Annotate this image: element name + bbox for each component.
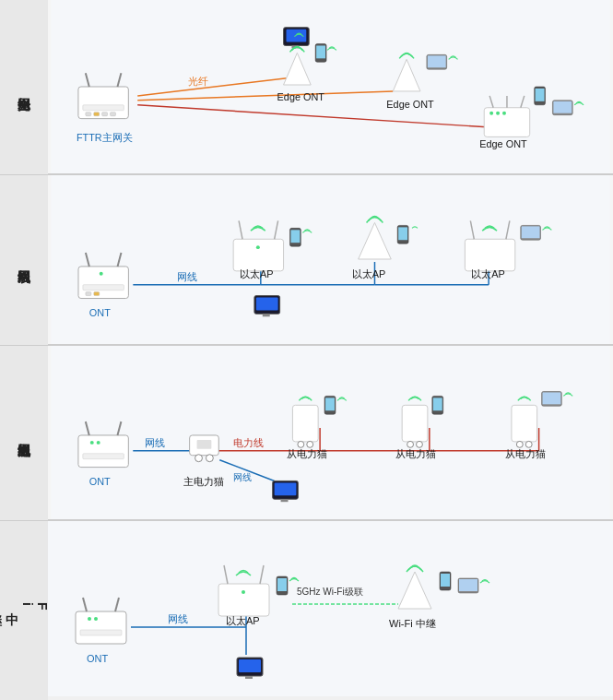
svg-rect-17 [316,45,325,58]
svg-rect-109 [76,611,126,644]
slave-powercat-2-label: 从电力猫 [395,448,436,459]
content-area: 光纤 FTTR主网关 [48,0,613,700]
svg-rect-31 [51,175,609,344]
section-wifi-relay: 网线 5GHz Wi-Fi级联 ONT [48,521,613,696]
svg-point-49 [256,245,260,249]
svg-point-79 [97,441,100,445]
master-powercat-label: 主电力猫 [183,476,224,487]
svg-rect-50 [465,239,514,271]
svg-rect-102 [48,521,613,696]
svg-rect-8 [83,105,124,111]
svg-rect-44 [94,292,100,296]
svg-rect-77 [83,454,124,459]
svg-point-26 [502,112,506,115]
svg-point-45 [100,272,103,276]
svg-text:网线: 网线 [177,271,197,282]
svg-point-86 [307,441,313,447]
svg-rect-30 [553,101,572,113]
svg-rect-46 [233,239,283,271]
ont-3-label: ONT [87,653,109,664]
eth-ap-2-label: 以太AP [352,268,386,279]
section-powerline: 网线 电力线 网线 [48,346,613,521]
svg-rect-58 [522,226,540,238]
svg-text:5GHz Wi-Fi级联: 5GHz Wi-Fi级联 [297,587,363,597]
svg-text:网线: 网线 [145,437,165,448]
label-section-4: Wi-Fi中继组网 [0,521,48,696]
svg-text:电力线: 电力线 [233,437,264,448]
eth-ap-wifi-label: 以太AP [226,615,260,626]
svg-text:光纤: 光纤 [188,76,208,87]
svg-rect-94 [325,397,335,410]
svg-rect-84 [292,405,318,442]
svg-rect-10 [94,113,100,116]
section-all-optical: 光纤 FTTR主网关 [48,0,613,175]
svg-point-88 [407,441,414,447]
svg-rect-122 [441,574,450,587]
svg-rect-61 [263,314,270,316]
svg-point-82 [206,455,213,462]
svg-rect-115 [218,584,269,616]
svg-rect-96 [433,397,442,410]
fttr-label: FTTR主网关 [77,132,133,143]
svg-rect-83 [197,440,212,449]
svg-rect-120 [277,578,287,591]
svg-text:网线: 网线 [233,472,252,482]
eth-ap-1-label: 以太AP [240,268,274,279]
svg-point-24 [489,112,493,115]
svg-rect-87 [402,405,428,442]
svg-rect-60 [256,298,278,311]
svg-point-78 [90,441,94,445]
ont-1-label: ONT [89,307,111,318]
edge-ont-1-label: Edge ONT [277,91,325,102]
svg-point-91 [516,441,523,447]
svg-point-85 [298,441,304,447]
svg-point-25 [496,112,500,115]
svg-rect-56 [398,227,407,240]
label-section-3: 电力线组网 [0,346,48,521]
svg-rect-100 [275,482,297,495]
svg-text:网线: 网线 [168,613,188,624]
svg-rect-101 [281,499,289,502]
svg-point-113 [88,617,91,621]
svg-rect-9 [86,113,91,116]
left-labels: 全光组网 网线组网 电力线组网 Wi-Fi中继组网 [0,0,48,700]
slave-powercat-3-label: 从电力猫 [505,448,546,459]
edge-ont-3-label: Edge ONT [479,138,527,149]
svg-rect-11 [102,113,108,116]
svg-rect-43 [86,292,91,296]
edge-ont-2-label: Edge ONT [386,99,434,110]
svg-point-89 [417,441,423,447]
svg-point-92 [525,441,532,447]
ont-2-label: ONT [89,476,111,487]
section-ethernet: 网线 ONT [48,175,613,346]
svg-rect-126 [239,659,261,672]
svg-point-118 [242,590,245,594]
svg-rect-90 [512,405,537,442]
svg-rect-28 [536,89,545,101]
eth-ap-3-label: 以太AP [471,268,505,279]
svg-rect-124 [459,579,477,591]
label-section-2: 网线组网 [0,175,48,346]
svg-point-81 [195,455,203,462]
svg-rect-12 [111,113,116,116]
svg-rect-127 [245,676,253,679]
svg-rect-98 [543,392,561,404]
wifi-relay-label: Wi-Fi 中继 [389,618,436,629]
svg-point-114 [94,617,98,621]
svg-rect-112 [80,630,122,635]
svg-rect-54 [290,230,300,243]
svg-rect-42 [83,285,124,291]
label-section-1: 全光组网 [0,0,48,175]
main-container: 全光组网 网线组网 电力线组网 Wi-Fi中继组网 光纤 [0,0,613,700]
slave-powercat-1-label: 从电力猫 [287,448,327,459]
svg-rect-74 [78,435,128,468]
svg-rect-19 [428,55,446,67]
